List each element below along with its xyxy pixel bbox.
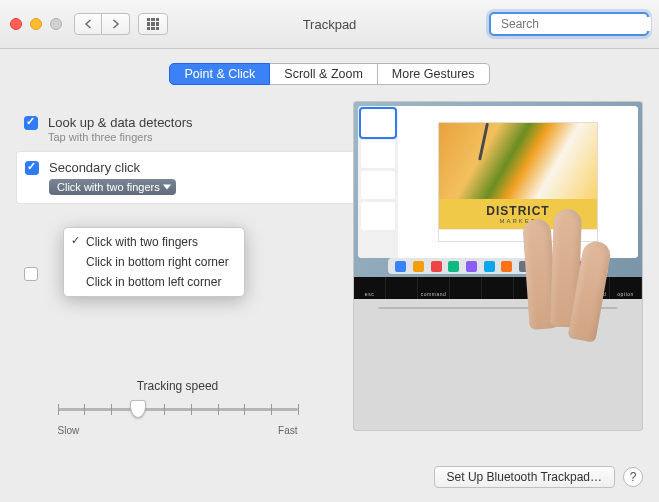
search-input[interactable]	[501, 17, 651, 31]
secondary-checkbox[interactable]	[25, 161, 39, 175]
help-button[interactable]: ?	[623, 467, 643, 487]
footer: Set Up Bluetooth Trackpad… ?	[434, 466, 643, 488]
setup-bluetooth-button[interactable]: Set Up Bluetooth Trackpad…	[434, 466, 615, 488]
dd-option-1[interactable]: Click in bottom right corner	[64, 252, 244, 272]
search-field[interactable]	[489, 12, 649, 36]
tab-point-click[interactable]: Point & Click	[169, 63, 270, 85]
window-controls	[10, 18, 62, 30]
toolbar: Trackpad	[0, 0, 659, 49]
setting-secondary-click: Secondary click Click with two fingers	[16, 151, 353, 204]
secondary-popup[interactable]: Click with two fingers	[49, 179, 176, 195]
secondary-label: Secondary click	[49, 160, 176, 175]
tab-more-gestures[interactable]: More Gestures	[378, 63, 490, 85]
slider-knob[interactable]	[130, 400, 146, 418]
tracking-label: Tracking speed	[16, 379, 339, 393]
slider-max-label: Fast	[278, 425, 297, 436]
forward-button[interactable]	[102, 13, 130, 35]
setting-lookup: Look up & data detectors Tap with three …	[16, 107, 339, 151]
lookup-label: Look up & data detectors	[48, 115, 193, 130]
window-title: Trackpad	[303, 17, 357, 32]
secondary-click-dropdown: Click with two fingers Click in bottom r…	[63, 227, 245, 297]
show-all-button[interactable]	[138, 13, 168, 35]
tracking-slider[interactable]	[58, 399, 298, 419]
maximize-window-button	[50, 18, 62, 30]
dd-option-0[interactable]: Click with two fingers	[64, 232, 244, 252]
lookup-sub: Tap with three fingers	[48, 131, 193, 143]
nav-buttons	[74, 13, 130, 35]
gesture-preview: DISTRICT MARKET esccommandcommandoption	[353, 101, 643, 431]
slider-min-label: Slow	[58, 425, 80, 436]
third-checkbox[interactable]	[24, 267, 38, 281]
tab-scroll-zoom[interactable]: Scroll & Zoom	[270, 63, 378, 85]
tabs: Point & Click Scroll & Zoom More Gesture…	[16, 63, 643, 85]
tracking-speed: Tracking speed Slow Fast	[16, 379, 339, 436]
grid-icon	[147, 18, 159, 30]
lookup-checkbox[interactable]	[24, 116, 38, 130]
minimize-window-button[interactable]	[30, 18, 42, 30]
dd-option-2[interactable]: Click in bottom left corner	[64, 272, 244, 292]
close-window-button[interactable]	[10, 18, 22, 30]
back-button[interactable]	[74, 13, 102, 35]
